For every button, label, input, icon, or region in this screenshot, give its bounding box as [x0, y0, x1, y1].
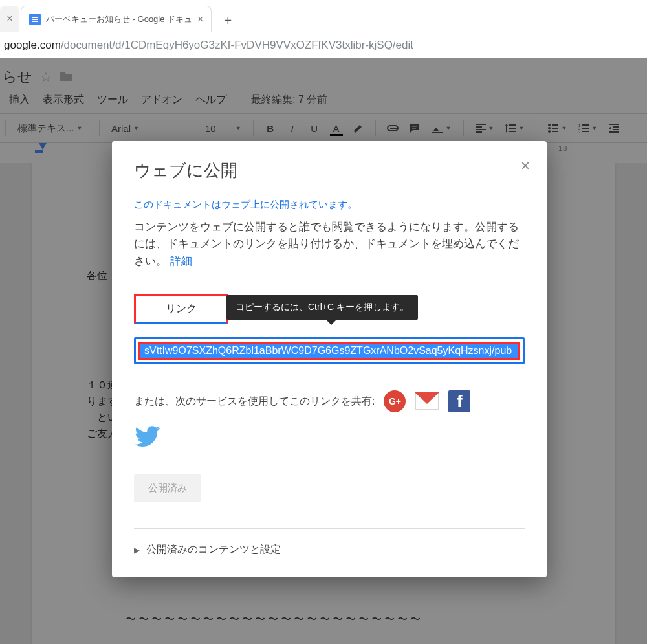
twitter-icon[interactable]	[134, 423, 525, 452]
published-url-value[interactable]: sVttIw9O7SXZhQ6RZbl1aBbrWC9D7G6Gs9ZTGxrA…	[138, 342, 520, 360]
browser-tab-bar: × バーベキューお知らせ - Google ドキュ × +	[0, 0, 647, 32]
tab-link[interactable]: リンク	[134, 294, 228, 324]
new-tab-button[interactable]: +	[217, 10, 239, 32]
google-plus-icon[interactable]: G+	[384, 390, 406, 412]
divider	[134, 528, 525, 529]
published-content-settings[interactable]: ▶ 公開済みのコンテンツと設定	[134, 543, 525, 564]
address-bar[interactable]: google.com/document/d/1CDmEqyH6yoG3zKf-F…	[0, 32, 647, 58]
dialog-title: ウェブに公開	[134, 159, 525, 182]
copy-tooltip: コピーするには、Ctrl+C キーを押します。	[226, 295, 418, 320]
google-docs-icon	[29, 14, 41, 25]
dialog-description: コンテンツをウェブに公開すると誰でも閲覧できるようになります。公開するには、ドキ…	[134, 219, 525, 270]
url-path: /document/d/1CDmEqyH6yoG3zKf-FvDVH9VVxOZ…	[61, 39, 413, 52]
caret-right-icon: ▶	[134, 546, 140, 555]
close-button[interactable]: ×	[521, 157, 530, 175]
close-icon[interactable]: ×	[6, 13, 12, 25]
publish-button: 公開済み	[134, 474, 201, 502]
published-status-link[interactable]: このドキュメントはウェブ上に公開されています。	[134, 199, 525, 211]
url-domain: google.com	[4, 39, 61, 52]
close-icon[interactable]: ×	[197, 14, 203, 25]
previous-tab[interactable]: ×	[0, 6, 19, 32]
publish-to-web-dialog: ウェブに公開 × このドキュメントはウェブ上に公開されています。 コンテンツをウ…	[112, 141, 547, 577]
facebook-icon[interactable]: f	[448, 390, 470, 412]
tab-title: バーベキューお知らせ - Google ドキュ	[46, 14, 192, 25]
browser-tab[interactable]: バーベキューお知らせ - Google ドキュ ×	[21, 6, 212, 32]
share-label: または、次のサービスを使用してこのリンクを共有:	[134, 395, 375, 408]
published-url-field[interactable]: sVttIw9O7SXZhQ6RZbl1aBbrWC9D7G6Gs9ZTGxrA…	[134, 337, 525, 364]
gmail-icon[interactable]	[415, 392, 439, 410]
learn-more-link[interactable]: 詳細	[170, 255, 192, 267]
share-row: または、次のサービスを使用してこのリンクを共有: G+ f	[134, 390, 525, 412]
